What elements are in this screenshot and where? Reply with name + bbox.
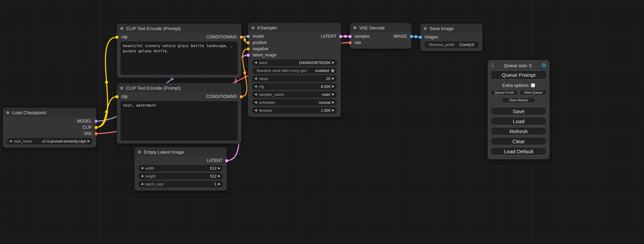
- node-save-image[interactable]: Save Imageimagesfilename_prefixComfyUI: [420, 24, 483, 51]
- input-dot-clip[interactable]: [115, 95, 118, 98]
- decrement-arrow-icon[interactable]: [141, 175, 143, 178]
- input-slot-positive[interactable]: positive: [248, 39, 294, 46]
- input-dot-clip[interactable]: [115, 36, 118, 39]
- widget-width[interactable]: width512: [138, 165, 223, 172]
- node-graph-canvas[interactable]: Load CheckpointMODELCLIPVAEckpt_namev1-5…: [0, 0, 644, 244]
- load-button[interactable]: Load: [491, 117, 547, 125]
- collapse-dot-icon[interactable]: [138, 151, 141, 154]
- output-slot-CONDITIONING[interactable]: CONDITIONING: [179, 34, 241, 40]
- input-slot-clip[interactable]: clip: [117, 93, 179, 100]
- decrement-arrow-icon[interactable]: [255, 101, 257, 104]
- node-title-bar[interactable]: Empty Latent Image: [135, 147, 227, 156]
- collapse-dot-icon[interactable]: [120, 27, 123, 30]
- input-dot-vae[interactable]: [349, 41, 352, 44]
- output-dot-CONDITIONING[interactable]: [240, 36, 243, 39]
- increment-arrow-icon[interactable]: [332, 85, 334, 88]
- input-slot-vae[interactable]: vae: [350, 39, 381, 46]
- node-title-bar[interactable]: Load Checkpoint: [3, 108, 96, 117]
- node-ksampler[interactable]: KSamplermodelpositivenegativelatent_imag…: [248, 23, 341, 117]
- node-title-bar[interactable]: KSampler: [248, 23, 341, 32]
- decrement-arrow-icon[interactable]: [255, 109, 257, 112]
- increment-arrow-icon[interactable]: [332, 109, 334, 112]
- input-slot-images[interactable]: images: [421, 34, 451, 40]
- output-dot-IMAGE[interactable]: [410, 35, 413, 38]
- output-slot-LATENT[interactable]: LATENT: [294, 33, 341, 39]
- load-default-button[interactable]: Load Default: [491, 147, 547, 155]
- output-dot-MODEL[interactable]: [95, 120, 98, 123]
- output-dot-CLIP[interactable]: [95, 126, 98, 129]
- node-load-checkpoint[interactable]: Load CheckpointMODELCLIPVAEckpt_namev1-5…: [3, 108, 96, 148]
- decrement-arrow-icon[interactable]: [141, 183, 143, 186]
- prompt-textarea[interactable]: text, watermark: [121, 101, 238, 141]
- output-dot-CONDITIONING[interactable]: [240, 95, 243, 98]
- refresh-button[interactable]: Refresh: [491, 127, 547, 135]
- decrement-arrow-icon[interactable]: [255, 77, 257, 80]
- input-slot-clip[interactable]: clip: [117, 34, 179, 40]
- increment-arrow-icon[interactable]: [332, 101, 334, 104]
- clear-button[interactable]: Clear: [491, 137, 547, 145]
- input-slot-negative[interactable]: negative: [248, 46, 294, 52]
- widget-batch_size[interactable]: batch_size1: [138, 181, 223, 188]
- decrement-arrow-icon[interactable]: [9, 140, 11, 143]
- widget-height[interactable]: height512: [138, 173, 223, 180]
- node-title-bar[interactable]: VAE Decode: [350, 23, 411, 32]
- output-slot-LATENT[interactable]: LATENT: [181, 157, 227, 164]
- decrement-arrow-icon[interactable]: [255, 93, 257, 96]
- node-clip-text-encode-negative[interactable]: CLIP Text Encode (Prompt)clipCONDITIONIN…: [117, 83, 241, 144]
- collapse-dot-icon[interactable]: [424, 27, 427, 30]
- input-dot-model[interactable]: [247, 35, 250, 38]
- queue-front-button[interactable]: Queue Front: [491, 90, 518, 96]
- output-dot-LATENT[interactable]: [339, 35, 342, 38]
- increment-arrow-icon[interactable]: [218, 175, 220, 178]
- input-dot-negative[interactable]: [247, 47, 250, 51]
- decrement-arrow-icon[interactable]: [255, 85, 257, 88]
- collapse-dot-icon[interactable]: [252, 26, 255, 29]
- node-clip-text-encode-positive[interactable]: CLIP Text Encode (Prompt)clipCONDITIONIN…: [117, 24, 241, 78]
- node-vae-decode[interactable]: VAE DecodesamplesvaeIMAGE: [350, 23, 412, 49]
- collapse-dot-icon[interactable]: [120, 87, 123, 90]
- output-slot-IMAGE[interactable]: IMAGE: [381, 33, 411, 39]
- input-dot-latent_image[interactable]: [247, 54, 250, 57]
- view-history-button[interactable]: View History: [502, 97, 535, 103]
- prompt-textarea[interactable]: beautiful scenery nature glass bottle la…: [121, 42, 238, 75]
- drag-handle-icon[interactable]: [491, 63, 494, 68]
- node-empty-latent-image[interactable]: Empty Latent ImageLATENTwidth512height51…: [134, 147, 227, 191]
- toggle-knob-icon[interactable]: [331, 69, 334, 72]
- increment-arrow-icon[interactable]: [218, 183, 220, 186]
- output-dot-LATENT[interactable]: [225, 159, 228, 162]
- widget-sampler_name[interactable]: sampler_nameeuler: [252, 91, 337, 98]
- output-slot-MODEL[interactable]: MODEL: [50, 118, 96, 124]
- input-dot-positive[interactable]: [247, 41, 250, 44]
- collapse-dot-icon[interactable]: [353, 26, 356, 29]
- settings-gear-icon[interactable]: ⚙: [541, 63, 546, 68]
- widget-filename_prefix[interactable]: filename_prefixComfyUI: [424, 41, 479, 48]
- input-dot-samples[interactable]: [349, 35, 352, 38]
- decrement-arrow-icon[interactable]: [141, 167, 143, 170]
- collapse-dot-icon[interactable]: [6, 111, 9, 114]
- extra-options-checkbox[interactable]: [531, 83, 535, 87]
- save-button[interactable]: Save: [491, 107, 547, 115]
- increment-arrow-icon[interactable]: [88, 140, 90, 143]
- view-queue-button[interactable]: View Queue: [520, 90, 547, 96]
- increment-arrow-icon[interactable]: [332, 77, 334, 80]
- output-slot-CONDITIONING[interactable]: CONDITIONING: [179, 93, 241, 100]
- widget-steps[interactable]: steps20: [252, 75, 337, 82]
- increment-arrow-icon[interactable]: [332, 93, 334, 96]
- widget-seed[interactable]: seed156680208700286: [252, 59, 337, 66]
- widget-Random seed after every gen[interactable]: Random seed after every genenabled: [252, 67, 337, 74]
- decrement-arrow-icon[interactable]: [255, 61, 257, 64]
- output-slot-VAE[interactable]: VAE: [50, 130, 96, 137]
- node-title-bar[interactable]: CLIP Text Encode (Prompt): [117, 24, 241, 33]
- output-slot-CLIP[interactable]: CLIP: [50, 124, 96, 130]
- node-title-bar[interactable]: CLIP Text Encode (Prompt): [117, 83, 241, 92]
- input-slot-model[interactable]: model: [248, 33, 294, 39]
- increment-arrow-icon[interactable]: [332, 61, 334, 64]
- output-dot-VAE[interactable]: [95, 132, 98, 135]
- node-title-bar[interactable]: Save Image: [421, 24, 482, 33]
- input-dot-images[interactable]: [419, 36, 422, 39]
- widget-ckpt_name[interactable]: ckpt_namev1-5-pruned-emaonly.ckpt: [7, 138, 92, 145]
- widget-cfg[interactable]: cfg8.000: [252, 83, 337, 90]
- input-slot-samples[interactable]: samples: [350, 33, 381, 39]
- increment-arrow-icon[interactable]: [218, 167, 220, 170]
- widget-denoise[interactable]: denoise1.000: [252, 107, 337, 114]
